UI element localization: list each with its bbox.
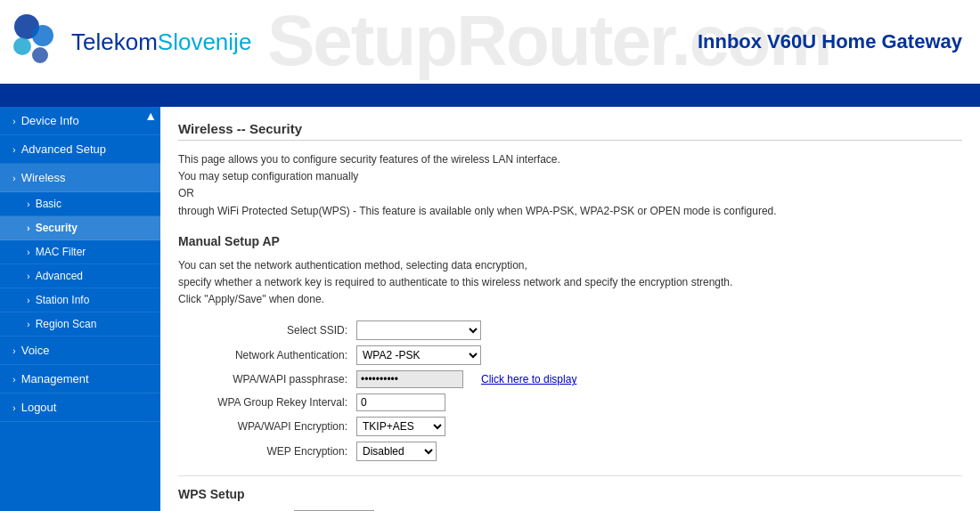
page-title: Wireless -- Security	[178, 121, 962, 141]
arrow-icon: ›	[12, 144, 16, 155]
sidebar-sub-label-region-scan: Region Scan	[36, 318, 97, 330]
content-area: Wireless -- Security This page allows yo…	[160, 107, 980, 511]
main-layout: ▲ › Device Info › Advanced Setup › Wirel…	[0, 107, 980, 511]
svg-point-2	[13, 37, 31, 55]
select-ssid-row: Select SSID:	[178, 320, 962, 340]
wpa-passphrase-row: WPA/WAPI passphrase: Click here to displ…	[178, 370, 962, 388]
manual-desc1: You can set the network authentication m…	[178, 259, 527, 272]
manual-description: You can set the network authentication m…	[178, 257, 962, 309]
logo: TelekomSlovenije	[0, 11, 251, 73]
sidebar-sub-label-station-info: Station Info	[36, 294, 90, 306]
sidebar-item-device-info[interactable]: › Device Info	[0, 107, 160, 135]
select-ssid-dropdown[interactable]	[356, 320, 481, 340]
logo-text-blue: Slovenije	[158, 28, 252, 55]
dot-icon: ›	[27, 271, 30, 281]
sidebar-scroll-up[interactable]: ▲	[144, 109, 157, 123]
wpa-passphrase-label: WPA/WAPI passphrase:	[178, 373, 356, 385]
desc-line4: through WiFi Protected Setup(WPS) - This…	[178, 205, 777, 217]
wpa-passphrase-input[interactable]	[356, 370, 463, 388]
wpa-rekey-row: WPA Group Rekey Interval:	[178, 393, 962, 411]
sidebar: ▲ › Device Info › Advanced Setup › Wirel…	[0, 107, 160, 511]
logo-brand: TelekomSlovenije	[71, 28, 251, 56]
dot-icon: ›	[27, 295, 30, 305]
arrow-icon: ›	[12, 402, 16, 413]
arrow-icon: ›	[12, 374, 16, 385]
sidebar-label-wireless: Wireless	[21, 171, 66, 184]
sidebar-sub-item-region-scan[interactable]: › Region Scan	[0, 312, 160, 337]
header-title: Innbox V60U Home Gateway	[698, 30, 962, 53]
arrow-icon: ›	[12, 345, 16, 356]
sidebar-sub-item-mac-filter[interactable]: › MAC Filter	[0, 240, 160, 264]
dot-icon: ›	[27, 199, 30, 209]
manual-desc3: Click "Apply/Save" when done.	[178, 293, 324, 305]
wpa-rekey-label: WPA Group Rekey Interval:	[178, 396, 356, 409]
sidebar-item-management[interactable]: › Management	[0, 365, 160, 393]
header: TelekomSlovenije SetupRouter.com Innbox …	[0, 0, 980, 89]
network-auth-row: Network Authentication: WPA2 -PSK WPA-PS…	[178, 345, 962, 365]
sidebar-item-voice[interactable]: › Voice	[0, 337, 160, 365]
wep-encryption-dropdown[interactable]: Disabled Enabled	[356, 442, 437, 461]
sidebar-label-device-info: Device Info	[21, 114, 79, 127]
nav-bar	[0, 89, 980, 107]
arrow-icon: ›	[12, 173, 16, 183]
sidebar-item-logout[interactable]: › Logout	[0, 393, 160, 422]
manual-desc2: specify whether a network key is require…	[178, 276, 732, 288]
svg-point-3	[32, 47, 48, 63]
sidebar-sub-label-security: Security	[36, 222, 78, 234]
dot-icon: ›	[27, 319, 30, 329]
sidebar-sub-item-station-info[interactable]: › Station Info	[0, 288, 160, 312]
desc-line2: You may setup configuration manually	[178, 170, 358, 182]
wep-encryption-row: WEP Encryption: Disabled Enabled	[178, 442, 962, 461]
wpa-encryption-row: WPA/WAPI Encryption: TKIP+AES TKIP AES	[178, 417, 962, 436]
sidebar-sub-label-advanced: Advanced	[36, 270, 83, 282]
sidebar-sub-label-basic: Basic	[36, 198, 61, 210]
wpa-encryption-dropdown[interactable]: TKIP+AES TKIP AES	[356, 417, 445, 436]
sidebar-sub-item-advanced[interactable]: › Advanced	[0, 264, 160, 288]
logo-icon	[9, 11, 62, 73]
sidebar-label-voice: Voice	[21, 344, 50, 357]
sidebar-sub-item-security[interactable]: › Security	[0, 216, 160, 240]
click-display-link[interactable]: Click here to display	[481, 373, 576, 385]
dot-icon: ›	[27, 247, 30, 257]
page-description: This page allows you to configure securi…	[178, 151, 962, 220]
sidebar-sub-label-mac-filter: MAC Filter	[36, 246, 86, 258]
desc-line3: OR	[178, 187, 194, 199]
manual-setup-title: Manual Setup AP	[178, 234, 962, 248]
sidebar-item-advanced-setup[interactable]: › Advanced Setup	[0, 135, 160, 164]
wpa-rekey-input[interactable]	[356, 393, 445, 411]
logo-text-black: Telekom	[71, 28, 158, 55]
arrow-icon: ›	[12, 116, 16, 126]
sidebar-label-logout: Logout	[21, 401, 57, 414]
desc-line1: This page allows you to configure securi…	[178, 153, 560, 166]
sidebar-sub-item-basic[interactable]: › Basic	[0, 192, 160, 216]
sidebar-item-wireless[interactable]: › Wireless	[0, 164, 160, 192]
wps-section: WPS Setup Enable WPS Disabled Enabled	[178, 475, 962, 511]
svg-point-1	[32, 25, 53, 46]
network-auth-dropdown[interactable]: WPA2 -PSK WPA-PSK WPA2 WPA OPEN Shared	[356, 345, 481, 365]
sidebar-label-advanced-setup: Advanced Setup	[21, 142, 106, 156]
wpa-encryption-label: WPA/WAPI Encryption:	[178, 420, 356, 433]
select-ssid-label: Select SSID:	[178, 324, 356, 337]
network-auth-label: Network Authentication:	[178, 349, 356, 361]
wep-encryption-label: WEP Encryption:	[178, 445, 356, 458]
dot-icon: ›	[27, 223, 30, 233]
sidebar-label-management: Management	[21, 372, 89, 385]
wps-title: WPS Setup	[178, 487, 962, 501]
